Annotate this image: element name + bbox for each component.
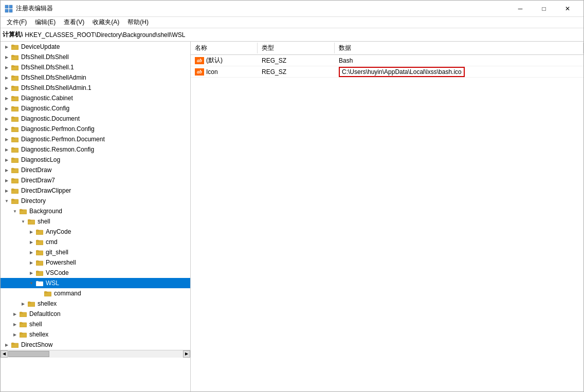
tree-item-diag_resmon[interactable]: Diagnostic.Resmon.Config: [1, 144, 190, 155]
expand-arrow-git_shell[interactable]: [27, 247, 35, 257]
tree-item-defaulticon[interactable]: DefaultIcon: [1, 309, 190, 319]
tree-item-wsl[interactable]: WSL: [1, 278, 190, 288]
maximize-button[interactable]: □: [532, 1, 556, 17]
expand-arrow-directdraw[interactable]: [3, 165, 11, 175]
expand-arrow-dfsshell_admin1[interactable]: [3, 83, 11, 93]
folder-icon-deviceupdate: [11, 43, 19, 51]
col-header-data[interactable]: 数据: [335, 43, 583, 53]
tree-item-diag_config[interactable]: Diagnostic.Config: [1, 103, 190, 114]
expand-arrow-deviceupdate[interactable]: [3, 42, 11, 52]
tree-item-shell2[interactable]: shell: [1, 319, 190, 329]
scroll-track[interactable]: [8, 350, 183, 358]
folder-icon-directdraw: [11, 166, 19, 174]
expand-arrow-diaglog[interactable]: [3, 155, 11, 165]
close-button[interactable]: ✕: [556, 1, 579, 17]
menu-bar: 文件(F) 编辑(E) 查看(V) 收藏夹(A) 帮助(H): [1, 17, 583, 28]
svg-rect-1: [9, 5, 12, 8]
svg-rect-3: [9, 9, 12, 12]
tree-item-directdraw7[interactable]: DirectDraw7: [1, 175, 190, 185]
tree-item-shellex[interactable]: shellex: [1, 298, 190, 309]
svg-rect-7: [11, 55, 14, 57]
menu-file[interactable]: 文件(F): [3, 17, 31, 28]
svg-rect-11: [11, 76, 14, 77]
tree-item-shellex2[interactable]: shellex: [1, 329, 190, 340]
tree-label-directdrawclipper: DirectDrawClipper: [21, 187, 71, 194]
tree-item-vscode[interactable]: VSCode: [1, 268, 190, 278]
expand-arrow-directshow[interactable]: [3, 340, 11, 350]
tree-item-dfsshell[interactable]: DfsShell.DfsShell: [1, 52, 190, 62]
tree-item-diag_perfmon[interactable]: Diagnostic.Perfmon.Config: [1, 124, 190, 134]
scroll-thumb[interactable]: [8, 351, 49, 357]
expand-arrow-diag_perfmon[interactable]: [3, 124, 11, 134]
expand-arrow-shell2[interactable]: [11, 319, 19, 329]
col-header-name[interactable]: 名称: [191, 43, 258, 53]
expand-arrow-vscode[interactable]: [27, 268, 35, 278]
tree-item-diag_document[interactable]: Diagnostic.Document: [1, 114, 190, 124]
expand-arrow-cmd[interactable]: [27, 237, 35, 247]
expand-arrow-background[interactable]: [11, 206, 19, 216]
expand-arrow-directdraw7[interactable]: [3, 175, 11, 185]
tree-item-dfsshell1[interactable]: DfsShell.DfsShell.1: [1, 62, 190, 72]
expand-arrow-anycode[interactable]: [27, 227, 35, 237]
tree-item-shell[interactable]: shell: [1, 216, 190, 227]
menu-favorites[interactable]: 收藏夹(A): [88, 17, 123, 28]
expand-arrow-powershell[interactable]: [27, 257, 35, 268]
minimize-button[interactable]: ─: [508, 1, 532, 17]
menu-view[interactable]: 查看(V): [60, 17, 88, 28]
tree-item-diag_cabinet[interactable]: Diagnostic.Cabinet: [1, 93, 190, 103]
tree-item-directshow[interactable]: DirectShow: [1, 340, 190, 350]
folder-icon-dfsshell1: [11, 63, 19, 71]
expand-arrow-dfsshell1[interactable]: [3, 62, 11, 72]
tree-label-directory: Directory: [21, 197, 46, 204]
expand-arrow-diag_perfmon_doc[interactable]: [3, 134, 11, 144]
detail-row-default[interactable]: ab(默认)REG_SZBash: [191, 55, 583, 66]
tree-item-directdrawclipper[interactable]: DirectDrawClipper: [1, 185, 190, 196]
tree-label-vscode: VSCode: [46, 269, 69, 276]
tree-horizontal-scrollbar[interactable]: ◀ ▶: [1, 350, 190, 357]
tree-item-cmd[interactable]: cmd: [1, 237, 190, 247]
folder-icon-diaglog: [11, 156, 19, 164]
expand-arrow-shellex2[interactable]: [11, 329, 19, 340]
tree-label-dfsshell: DfsShell.DfsShell: [21, 53, 69, 61]
tree-pane[interactable]: DeviceUpdate DfsShell.DfsShell DfsShell.…: [1, 42, 191, 391]
svg-rect-31: [11, 179, 14, 180]
expand-arrow-dfsshell_admin[interactable]: [3, 72, 11, 83]
expand-arrow-diag_config[interactable]: [3, 103, 11, 114]
expand-arrow-diag_cabinet[interactable]: [3, 93, 11, 103]
tree-item-diag_perfmon_doc[interactable]: Diagnostic.Perfmon.Document: [1, 134, 190, 144]
folder-icon-vscode: [35, 269, 44, 277]
tree-label-diag_document: Diagnostic.Document: [21, 115, 80, 122]
svg-rect-13: [11, 86, 14, 87]
expand-arrow-diag_document[interactable]: [3, 114, 11, 124]
expand-arrow-directdrawclipper[interactable]: [3, 185, 11, 196]
tree-item-diaglog[interactable]: DiagnosticLog: [1, 155, 190, 165]
tree-item-anycode[interactable]: AnyCode: [1, 227, 190, 237]
expand-arrow-shellex[interactable]: [19, 298, 27, 309]
tree-item-git_shell[interactable]: git_shell: [1, 247, 190, 257]
expand-arrow-directory[interactable]: [3, 196, 11, 206]
tree-item-dfsshell_admin1[interactable]: DfsShell.DfsShellAdmin.1: [1, 83, 190, 93]
tree-item-background[interactable]: Background: [1, 206, 190, 216]
tree-item-directory[interactable]: Directory: [1, 196, 190, 206]
col-header-type[interactable]: 类型: [258, 43, 335, 53]
expand-arrow-shell[interactable]: [19, 216, 27, 227]
expand-arrow-diag_resmon[interactable]: [3, 144, 11, 155]
svg-rect-2: [5, 9, 8, 12]
folder-icon-shellex: [27, 300, 35, 308]
expand-arrow-defaulticon[interactable]: [11, 309, 19, 319]
menu-edit[interactable]: 编辑(E): [31, 17, 60, 28]
tree-item-dfsshell_admin[interactable]: DfsShell.DfsShellAdmin: [1, 72, 190, 83]
expand-arrow-dfsshell[interactable]: [3, 52, 11, 62]
tree-item-directdraw[interactable]: DirectDraw: [1, 165, 190, 175]
svg-rect-25: [11, 148, 14, 149]
tree-label-defaulticon: DefaultIcon: [29, 310, 61, 318]
tree-label-directdraw7: DirectDraw7: [21, 177, 55, 184]
tree-item-powershell[interactable]: Powershell: [1, 257, 190, 268]
expand-arrow-wsl[interactable]: [27, 278, 35, 288]
detail-row-icon[interactable]: abIconREG_SZC:\Users\huyin\AppData\Local…: [191, 66, 583, 78]
scroll-right-btn[interactable]: ▶: [183, 350, 190, 358]
tree-item-deviceupdate[interactable]: DeviceUpdate: [1, 42, 190, 52]
scroll-left-btn[interactable]: ◀: [1, 350, 8, 358]
menu-help[interactable]: 帮助(H): [123, 17, 153, 28]
tree-item-command[interactable]: command: [1, 288, 190, 298]
